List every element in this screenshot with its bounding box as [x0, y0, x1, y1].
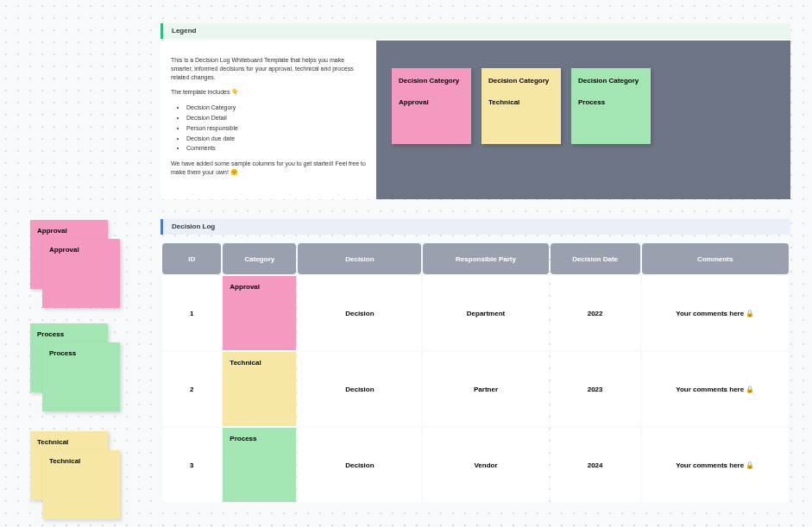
category-title: Decision Category: [578, 77, 644, 85]
col-header-date: Decision Date: [551, 243, 640, 274]
table-row: 3 Process Decision Vendor 2024 Your comm…: [162, 428, 789, 502]
category-tag-technical[interactable]: Technical: [223, 352, 296, 426]
sticky-label: Technical: [37, 438, 68, 446]
sticky-pair-technical[interactable]: Technical Technical: [30, 431, 116, 518]
category-title: Decision Category: [399, 77, 464, 85]
col-header-decision: Decision: [298, 243, 421, 274]
decision-log-title: Decision Log: [172, 223, 215, 230]
legend-item: Person responsible: [186, 124, 366, 133]
table-row: 1 Approval Decision Department 2022 Your…: [162, 276, 789, 350]
sticky-pair-approval[interactable]: Approval Approval: [30, 220, 116, 306]
legend-includes-list: Decision Category Decision Detail Person…: [186, 104, 366, 153]
col-header-category: Category: [223, 243, 296, 274]
cell-id[interactable]: 2: [162, 352, 221, 426]
cell-party[interactable]: Department: [423, 276, 548, 350]
col-header-id: ID: [162, 243, 221, 274]
cell-decision[interactable]: Decision: [298, 428, 421, 502]
cell-category[interactable]: Technical: [223, 352, 296, 426]
category-name: Process: [578, 98, 644, 106]
legend-includes-label: The template includes 👇: [171, 88, 366, 97]
category-tag-approval[interactable]: Approval: [223, 276, 296, 350]
category-name: Approval: [399, 98, 464, 106]
col-header-comments: Comments: [642, 243, 789, 274]
cell-id[interactable]: 1: [162, 276, 221, 350]
decision-log-table: ID Category Decision Responsible Party D…: [161, 242, 790, 504]
legend-description: This is a Decision Log Whiteboard Templa…: [161, 41, 376, 199]
category-tag-process[interactable]: Process: [223, 428, 296, 502]
cell-party[interactable]: Partner: [423, 352, 548, 426]
table-row: 2 Technical Decision Partner 2023 Your c…: [162, 352, 789, 426]
legend-item: Comments: [186, 144, 366, 153]
sticky-label: Technical: [49, 457, 80, 465]
legend-board: Decision Category Approval Decision Cate…: [376, 41, 790, 199]
category-note-approval[interactable]: Decision Category Approval: [392, 68, 471, 144]
cell-comments[interactable]: Your comments here 🔒: [642, 428, 789, 502]
category-note-process[interactable]: Decision Category Process: [571, 68, 651, 144]
sticky-label: Approval: [37, 227, 67, 235]
cell-comments[interactable]: Your comments here 🔒: [642, 352, 789, 426]
table-header-row: ID Category Decision Responsible Party D…: [162, 243, 789, 274]
cell-date[interactable]: 2023: [551, 352, 640, 426]
sticky-note-front[interactable]: Approval: [42, 239, 120, 308]
category-name: Technical: [488, 98, 554, 106]
col-header-party: Responsible Party: [423, 243, 548, 274]
cell-comments[interactable]: Your comments here 🔒: [642, 276, 789, 350]
legend-header: Legend: [161, 23, 790, 39]
legend-intro: This is a Decision Log Whiteboard Templa…: [171, 56, 366, 81]
legend-body: This is a Decision Log Whiteboard Templa…: [161, 41, 790, 199]
cell-date[interactable]: 2022: [551, 276, 640, 350]
legend-item: Decision due date: [186, 135, 366, 143]
sticky-pair-process[interactable]: Process Process: [30, 323, 116, 410]
legend-item: Decision Category: [186, 104, 366, 112]
sticky-label: Process: [37, 330, 64, 338]
cell-category[interactable]: Approval: [223, 276, 296, 350]
legend-outro: We have added some sample columns for yo…: [171, 160, 366, 177]
legend-item: Decision Detail: [186, 114, 366, 122]
sticky-note-front[interactable]: Technical: [42, 450, 120, 519]
cell-date[interactable]: 2024: [551, 428, 640, 502]
cell-party[interactable]: Vendor: [423, 428, 548, 502]
cell-category[interactable]: Process: [223, 428, 296, 502]
category-title: Decision Category: [488, 77, 554, 85]
category-note-technical[interactable]: Decision Category Technical: [482, 68, 561, 144]
cell-decision[interactable]: Decision: [298, 352, 421, 426]
cell-decision[interactable]: Decision: [298, 276, 421, 350]
legend-title: Legend: [172, 27, 196, 35]
decision-log-header: Decision Log: [161, 219, 790, 235]
sticky-label: Approval: [49, 246, 79, 254]
sticky-label: Process: [49, 349, 76, 357]
sticky-note-front[interactable]: Process: [42, 342, 120, 411]
cell-id[interactable]: 3: [162, 428, 221, 502]
